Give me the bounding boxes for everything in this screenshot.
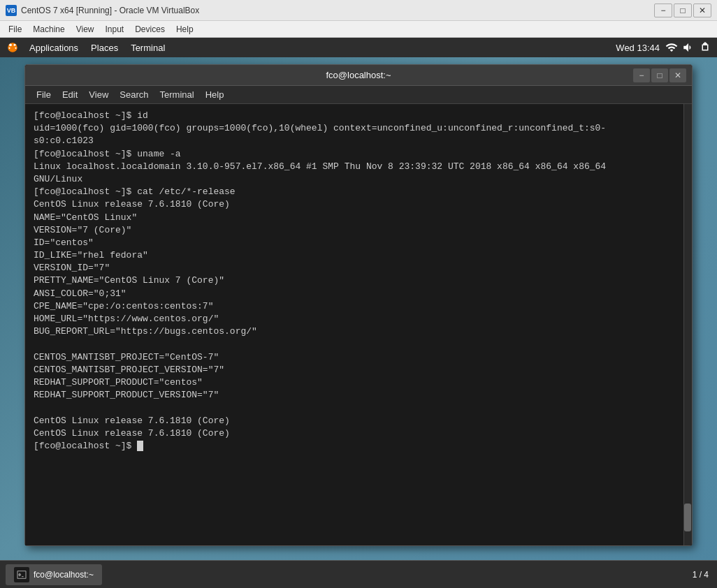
terminal-line-1: [fco@localhost ~]$ id uid=1000(fco) gid=…	[34, 110, 606, 451]
terminal-icon	[16, 569, 27, 580]
vbox-titlebar: VB CentOS 7 x64 [Running] - Oracle VM Vi…	[0, 0, 717, 21]
taskbar-app-icon	[14, 567, 29, 582]
gnome-clock: Wed 13:44	[616, 43, 660, 53]
svg-point-2	[14, 44, 16, 46]
vbox-menu-input[interactable]: Input	[100, 23, 130, 36]
terminal-close-button[interactable]: ✕	[669, 68, 686, 82]
network-icon[interactable]	[665, 41, 678, 54]
taskbar-pager: 1 / 4	[693, 570, 717, 580]
terminal-menu-help[interactable]: Help	[200, 88, 230, 101]
taskbar-pager-text: 1 / 4	[693, 570, 709, 580]
volume-icon[interactable]	[682, 41, 695, 54]
vbox-menu-devices[interactable]: Devices	[129, 23, 171, 36]
taskbar-app-item[interactable]: fco@localhost:~	[6, 564, 102, 585]
vbox-minimize-button[interactable]: −	[654, 3, 672, 17]
gnome-topbar-right: Wed 13:44	[616, 41, 711, 54]
gnome-applications-menu[interactable]: Applications	[24, 41, 84, 54]
gnome-logo-svg	[6, 41, 19, 54]
gnome-topbar-left: Applications Places Terminal	[6, 41, 171, 54]
vbox-menu-help[interactable]: Help	[171, 23, 199, 36]
gnome-tray	[665, 41, 711, 54]
terminal-content[interactable]: [fco@localhost ~]$ id uid=1000(fco) gid=…	[25, 104, 692, 545]
vbox-window-controls: − □ ✕	[654, 3, 711, 17]
terminal-menubar: File Edit View Search Terminal Help	[25, 86, 692, 104]
vbox-maximize-button[interactable]: □	[674, 3, 692, 17]
svg-point-1	[9, 43, 12, 46]
terminal-maximize-button[interactable]: □	[651, 68, 668, 82]
gnome-topbar: Applications Places Terminal Wed 13:44	[0, 38, 717, 57]
terminal-minimize-button[interactable]: −	[633, 68, 650, 82]
scrollbar-thumb[interactable]	[684, 504, 691, 531]
terminal-menu-terminal[interactable]: Terminal	[154, 88, 200, 101]
terminal-window-controls: − □ ✕	[633, 68, 686, 82]
terminal-window: fco@localhost:~ − □ ✕ File Edit View Sea…	[24, 64, 693, 546]
taskbar: fco@localhost:~ 1 / 4	[0, 560, 717, 588]
terminal-title: fco@localhost:~	[326, 70, 391, 80]
vbox-close-button[interactable]: ✕	[693, 3, 711, 17]
vbox-menubar: File Machine View Input Devices Help	[0, 21, 717, 38]
terminal-menu-view[interactable]: View	[83, 88, 114, 101]
power-icon[interactable]	[699, 41, 711, 54]
terminal-titlebar: fco@localhost:~ − □ ✕	[25, 65, 692, 86]
terminal-menu-file[interactable]: File	[31, 88, 57, 101]
terminal-output: [fco@localhost ~]$ id uid=1000(fco) gid=…	[34, 110, 683, 453]
vbox-title: CentOS 7 x64 [Running] - Oracle VM Virtu…	[21, 6, 654, 15]
vbox-app-icon: VB	[6, 5, 17, 16]
terminal-scrollbar[interactable]	[683, 104, 692, 545]
vm-wrapper: Applications Places Terminal Wed 13:44	[0, 38, 717, 588]
terminal-menu-edit[interactable]: Edit	[57, 88, 83, 101]
vbox-menu-file[interactable]: File	[3, 23, 27, 36]
taskbar-app-label: fco@localhost:~	[34, 570, 94, 580]
vbox-menu-machine[interactable]: Machine	[27, 23, 70, 36]
vm-desktop: fco@localhost:~ − □ ✕ File Edit View Sea…	[0, 57, 717, 588]
gnome-terminal-menu[interactable]: Terminal	[125, 41, 171, 54]
svg-point-4	[15, 47, 16, 49]
gnome-places-menu[interactable]: Places	[85, 41, 124, 54]
svg-point-3	[8, 47, 10, 49]
gnome-foot-icon[interactable]	[6, 41, 20, 54]
vbox-menu-view[interactable]: View	[71, 23, 100, 36]
terminal-menu-search[interactable]: Search	[114, 88, 154, 101]
